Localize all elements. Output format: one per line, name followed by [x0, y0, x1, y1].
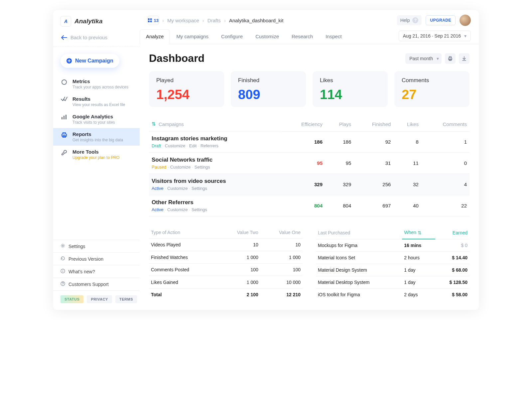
terms-badge[interactable]: TERMS [115, 295, 137, 303]
new-campaign-button[interactable]: New Campaign [61, 54, 119, 68]
back-label: Back to previous [70, 35, 107, 40]
campaign-action[interactable]: Customize [170, 165, 191, 170]
cell: Finished Watches [149, 251, 219, 263]
check-icon [61, 96, 68, 101]
logo-row: A Analytika [53, 10, 140, 30]
footer-link-previous-version[interactable]: Previous Version [53, 252, 140, 265]
cell: 100 [219, 263, 260, 276]
topbar: 13 › My workspace › Drafts › Analytika_d… [140, 10, 479, 26]
sidebar-item-google-analytics[interactable]: Google Analytics Track visits to your si… [53, 110, 140, 128]
sidebar-item-more-tools[interactable]: More Tools Upgrade your plan to PRO [53, 146, 140, 163]
cell: $ 58.00 [435, 289, 469, 301]
svg-rect-17 [150, 21, 152, 22]
kpi-card-finished: Finished 809 [231, 71, 306, 107]
kpi-value: 114 [320, 88, 380, 101]
col-header: Comments [421, 117, 469, 131]
table-row[interactable]: Visitors from video sourcesActive·Custom… [149, 174, 469, 195]
sidebar: A Analytika Back to previous New Campaig… [53, 10, 140, 310]
cell: 10 [260, 239, 303, 251]
cell: $ 14.40 [435, 252, 469, 264]
campaign-status: Active [152, 207, 163, 212]
period-label: Past month [409, 56, 433, 61]
svg-point-11 [63, 270, 63, 270]
sidebar-item-sublabel: Upgrade your plan to PRO [72, 155, 119, 160]
sidebar-item-label: Results [72, 96, 125, 102]
svg-rect-3 [64, 116, 65, 119]
cell: $ 68.00 [435, 264, 469, 276]
sidebar-item-reports[interactable]: Reports Get insights into the big data [53, 128, 140, 146]
campaign-status: Draft [152, 143, 161, 148]
breadcrumb-item[interactable]: My workspace [167, 18, 199, 23]
campaigns-table: ⇅ CampaignsEfficiencyPlaysFinishedLikesC… [149, 117, 469, 216]
tab-configure[interactable]: Configure [215, 29, 249, 44]
kpi-value: 1,254 [156, 88, 217, 101]
print-button[interactable] [445, 53, 456, 64]
cell-comments: 1 [421, 131, 469, 153]
cell: Comments Posted [149, 263, 219, 276]
svg-point-8 [62, 245, 64, 246]
kpi-card-played: Played 1,254 [149, 71, 224, 107]
campaign-action[interactable]: Settings [192, 207, 207, 212]
campaign-action[interactable]: Customize [167, 207, 188, 212]
footer-link-customers-support[interactable]: Customers Support [53, 278, 140, 291]
breadcrumb-item[interactable]: Drafts [207, 18, 221, 23]
svg-rect-15 [150, 18, 152, 20]
footer-links: SettingsPrevious VersionWhat's new?Custo… [53, 240, 140, 291]
logo-icon: A [61, 16, 71, 27]
cell-finished: 31 [354, 153, 393, 174]
campaign-action[interactable]: Settings [192, 186, 207, 191]
privacy-badge[interactable]: PRIVACY [87, 295, 112, 303]
campaign-action[interactable]: Customize [165, 143, 185, 148]
table-row[interactable]: Instagram stories marketingDraft·Customi… [149, 131, 469, 153]
tab-my-campaigns[interactable]: My campaigns [170, 29, 215, 44]
campaign-action[interactable]: Edit [189, 143, 197, 148]
tab-customize[interactable]: Customize [249, 29, 285, 44]
cell: 2 days [402, 289, 435, 301]
col-header: Likes [393, 117, 421, 131]
sidebar-item-results[interactable]: Results View your results as Excel file [53, 93, 140, 110]
footer-link-settings[interactable]: Settings [53, 240, 140, 252]
table-row: Likes Gained1 00010 000 [149, 276, 303, 288]
col-header-sort[interactable]: ⇅ Campaigns [149, 117, 282, 131]
chevron-down-icon: ▾ [437, 56, 439, 61]
table-row[interactable]: Other ReferrersActive·Customize·Settings… [149, 195, 469, 216]
table-row[interactable]: Social Networks trafficPaused·Customize·… [149, 153, 469, 174]
table-row: Material Icons Set2 hours$ 14.40 [316, 252, 469, 264]
chevron-down-icon: ▾ [464, 33, 466, 39]
brand-name: Analytika [74, 18, 102, 25]
back-button[interactable]: Back to previous [53, 30, 140, 47]
tab-analyze[interactable]: Analyze [140, 29, 170, 44]
campaign-name: Other Referrers [152, 199, 279, 206]
campaign-status: Paused [152, 165, 166, 170]
avatar[interactable] [460, 15, 471, 26]
cell-finished: 256 [354, 174, 393, 195]
footer-link-what-s-new-[interactable]: What's new? [53, 265, 140, 278]
kpi-label: Likes [320, 77, 380, 84]
date-range-label: Aug 21, 2016 · Sep 21 2016 [403, 33, 461, 39]
col-header-sort[interactable]: When⇅ [402, 226, 435, 239]
page-title: Dashboard [149, 52, 204, 65]
campaign-action[interactable]: Settings [195, 165, 210, 170]
tab-research[interactable]: Research [285, 29, 319, 44]
cell: 10 [219, 239, 260, 251]
period-select[interactable]: Past month ▾ [405, 53, 442, 64]
date-range-picker[interactable]: Aug 21, 2016 · Sep 21 2016 ▾ [399, 31, 471, 41]
tab-inspect[interactable]: Inspect [319, 29, 348, 44]
sidebar-item-label: Reports [72, 131, 123, 137]
campaign-action[interactable]: Customize [167, 186, 188, 191]
cell: Material Desktop System [316, 276, 402, 289]
tabs: AnalyzeMy campaignsConfigureCustomizeRes… [140, 29, 348, 44]
cell: 1 000 [260, 251, 303, 263]
actions-table: Type of Action Value Two Value One Video… [149, 226, 303, 301]
cell-plays: 95 [325, 153, 354, 174]
status-badge[interactable]: STATUS [61, 295, 83, 303]
campaign-name: Visitors from video sources [152, 178, 279, 185]
sidebar-item-metrics[interactable]: Metrics Track your apps across devices [53, 75, 140, 93]
workspace-switcher[interactable]: 13 [148, 16, 159, 25]
cell: 16 mins [402, 239, 435, 252]
upgrade-button[interactable]: UPGRADE [426, 15, 456, 25]
download-button[interactable] [459, 53, 469, 64]
help-button[interactable]: Help ? [397, 15, 422, 25]
campaign-name: Instagram stories marketing [152, 135, 279, 142]
campaign-action[interactable]: Referrers [200, 143, 218, 148]
